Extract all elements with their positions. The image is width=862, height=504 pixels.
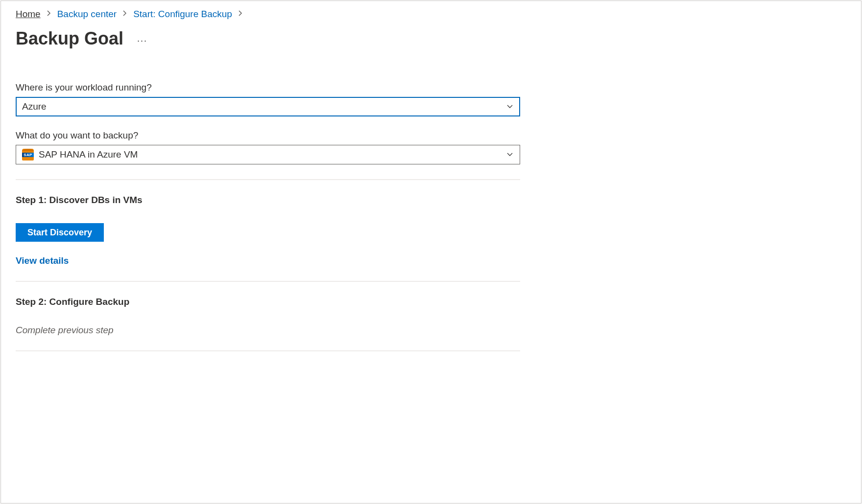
page-title: Backup Goal (16, 28, 123, 49)
workload-location-field: Where is your workload running? Azure (16, 82, 520, 116)
divider (16, 281, 520, 282)
chevron-right-icon (47, 10, 51, 19)
workload-location-label: Where is your workload running? (16, 82, 520, 93)
backup-target-field: What do you want to backup? SAP SAP HANA… (16, 130, 520, 164)
divider (16, 350, 520, 351)
backup-target-label: What do you want to backup? (16, 130, 520, 141)
workload-location-value: Azure (22, 101, 47, 112)
chevron-down-icon (506, 103, 514, 111)
backup-target-value: SAP HANA in Azure VM (39, 149, 138, 160)
breadcrumb-home[interactable]: Home (16, 9, 41, 20)
page-container: Home Backup center Start: Configure Back… (0, 0, 862, 504)
page-title-row: Backup Goal ··· (16, 28, 846, 49)
breadcrumb-configure-backup[interactable]: Start: Configure Backup (133, 9, 232, 20)
view-details-link[interactable]: View details (16, 255, 69, 266)
step2-hint: Complete previous step (16, 325, 520, 336)
step1-section: Step 1: Discover DBs in VMs Start Discov… (16, 195, 520, 266)
more-actions-icon[interactable]: ··· (137, 36, 147, 46)
start-discovery-button[interactable]: Start Discovery (16, 223, 104, 242)
sap-hana-icon: SAP (22, 149, 34, 160)
backup-target-dropdown[interactable]: SAP SAP HANA in Azure VM (16, 145, 520, 164)
step2-title: Step 2: Configure Backup (16, 297, 520, 307)
breadcrumb: Home Backup center Start: Configure Back… (16, 9, 846, 20)
workload-location-dropdown[interactable]: Azure (16, 97, 520, 116)
chevron-down-icon (506, 151, 514, 159)
step2-section: Step 2: Configure Backup Complete previo… (16, 297, 520, 336)
chevron-right-icon (122, 10, 127, 19)
divider (16, 179, 520, 180)
breadcrumb-backup-center[interactable]: Backup center (57, 9, 117, 20)
step1-title: Step 1: Discover DBs in VMs (16, 195, 520, 206)
form-area: Where is your workload running? Azure Wh… (16, 82, 520, 351)
chevron-right-icon (238, 10, 243, 19)
